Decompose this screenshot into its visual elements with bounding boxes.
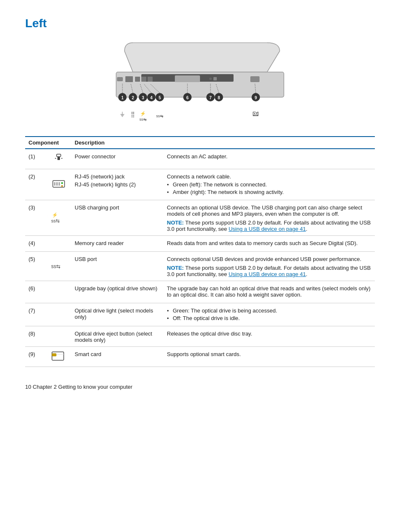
bullet-item: Green: The optical drive is being access… (167, 307, 371, 314)
svg-rect-3 (117, 77, 123, 81)
desc-text: Supports optional smart cards. (167, 351, 371, 357)
note-label: NOTE: (167, 220, 184, 226)
svg-rect-6 (141, 77, 146, 82)
component-number: (4) (25, 236, 46, 252)
component-description: Supports optional smart cards. (164, 347, 375, 367)
svg-rect-5 (135, 77, 140, 82)
svg-text:ss⇆: ss⇆ (51, 218, 60, 223)
svg-rect-11 (250, 76, 260, 82)
bullet-item: Amber (right): The network is showing ac… (167, 189, 371, 195)
component-number: (6) (25, 281, 46, 303)
svg-text:7: 7 (209, 96, 212, 100)
svg-rect-4 (125, 76, 133, 82)
component-icon: ⚡ss⇆ (46, 200, 71, 236)
svg-rect-45 (57, 154, 61, 157)
component-icon (46, 281, 71, 303)
table-row: (4)Memory card readerReads data from and… (25, 236, 375, 252)
desc-text: The upgrade bay can hold an optical driv… (167, 285, 371, 298)
svg-text:4: 4 (150, 96, 153, 100)
svg-text:⚡: ⚡ (52, 212, 58, 218)
component-description: The upgrade bay can hold an optical driv… (164, 281, 375, 303)
desc-note: NOTE: These ports support USB 2.0 by def… (167, 265, 371, 277)
svg-point-54 (61, 182, 63, 184)
note-link[interactable]: Using a USB device on page 41 (229, 226, 306, 232)
component-icon (46, 303, 71, 326)
svg-text:9: 9 (255, 96, 257, 100)
svg-rect-7 (148, 77, 153, 82)
component-description: Releases the optical drive disc tray. (164, 326, 375, 347)
component-icon (46, 347, 71, 367)
col-component-header: Component (25, 137, 71, 149)
diagram-svg: 1 2 3 4 5 6 7 8 9 ⏚ ⣿ ⚡ ss⇆ ss⇆ (99, 39, 301, 127)
component-description: Reads data from and writes data to memor… (164, 236, 375, 252)
svg-text:ss⇆: ss⇆ (140, 117, 147, 121)
table-row: (3)⚡ss⇆USB charging portConnects an opti… (25, 200, 375, 236)
svg-text:1: 1 (121, 96, 124, 100)
component-name: RJ-45 (network) jackRJ-45 (network) ligh… (71, 169, 164, 200)
table-row: (1)Power connectorConnects an AC adapter… (25, 149, 375, 169)
component-number: (1) (25, 149, 46, 169)
component-name: USB port (71, 252, 164, 281)
svg-text:6: 6 (186, 96, 189, 100)
desc-bullets: Green: The optical drive is being access… (167, 307, 371, 321)
bullet-item: Off: The optical drive is idle. (167, 315, 371, 321)
component-name: Optical drive light (select models only) (71, 303, 164, 326)
desc-text: Reads data from and writes data to memor… (167, 240, 371, 246)
page-title: Left (25, 17, 375, 30)
component-name: Optical drive eject button (select model… (71, 326, 164, 347)
component-name-sub: RJ-45 (network) lights (2) (75, 181, 160, 188)
component-icon (46, 236, 71, 252)
table-row: (9)Smart cardSupports optional smart car… (25, 347, 375, 367)
table-row: (7)Optical drive light (select models on… (25, 303, 375, 326)
svg-rect-46 (57, 157, 60, 160)
note-label: NOTE: (167, 265, 184, 271)
svg-text:⏚: ⏚ (120, 110, 125, 117)
desc-bullets: Green (left): The network is connected.A… (167, 181, 371, 195)
table-row: (5)ss⇆USB portConnects optional USB devi… (25, 252, 375, 281)
svg-rect-10 (213, 77, 217, 80)
component-number: (8) (25, 326, 46, 347)
component-number: (2) (25, 169, 46, 200)
component-description: Connects an optional USB device. The USB… (164, 200, 375, 236)
component-number: (3) (25, 200, 46, 236)
component-name: Smart card (71, 347, 164, 367)
desc-text: Connects a network cable. (167, 173, 371, 180)
component-name: USB charging port (71, 200, 164, 236)
component-icon (46, 169, 71, 200)
footer: 10 Chapter 2 Getting to know your comput… (25, 384, 375, 390)
component-description: Connects a network cable.Green (left): T… (164, 169, 375, 200)
svg-text:2: 2 (132, 96, 134, 100)
component-name: Upgrade bay (optical drive shown) (71, 281, 164, 303)
desc-text: Connects an optional USB device. The USB… (167, 204, 371, 217)
component-description: Connects optional USB devices and provid… (164, 252, 375, 281)
desc-note: NOTE: These ports support USB 2.0 by def… (167, 220, 371, 232)
component-icon (46, 149, 71, 169)
component-icon: ss⇆ (46, 252, 71, 281)
col-description-header: Description (71, 137, 164, 149)
bullet-item: Green (left): The network is connected. (167, 181, 371, 188)
component-number: (9) (25, 347, 46, 367)
svg-text:5: 5 (158, 96, 161, 100)
component-name: Memory card reader (71, 236, 164, 252)
svg-text:8: 8 (218, 96, 220, 100)
component-description: Green: The optical drive is being access… (164, 303, 375, 326)
component-name: Power connector (71, 149, 164, 169)
component-number: (5) (25, 252, 46, 281)
desc-text: Connects an AC adapter. (167, 153, 371, 160)
desc-text: Releases the optical drive disc tray. (167, 331, 371, 337)
note-link[interactable]: Using a USB device on page 41 (229, 271, 306, 277)
component-description: Connects an AC adapter. (164, 149, 375, 169)
table-row: (6)Upgrade bay (optical drive shown)The … (25, 281, 375, 303)
svg-point-9 (209, 77, 212, 80)
svg-text:ss⇆: ss⇆ (156, 114, 164, 118)
component-table: Component Description (1)Power connector… (25, 136, 375, 367)
svg-text:⣿: ⣿ (131, 111, 135, 117)
svg-rect-60 (52, 354, 56, 356)
table-row: (2)RJ-45 (network) jackRJ-45 (network) l… (25, 169, 375, 200)
table-row: (8)Optical drive eject button (select mo… (25, 326, 375, 347)
laptop-diagram: 1 2 3 4 5 6 7 8 9 ⏚ ⣿ ⚡ ss⇆ ss⇆ (25, 39, 375, 128)
svg-text:⚡: ⚡ (140, 111, 146, 116)
svg-text:🖭: 🖭 (252, 109, 260, 118)
svg-text:ss⇆: ss⇆ (51, 263, 60, 269)
desc-text: Connects optional USB devices and provid… (167, 256, 371, 262)
